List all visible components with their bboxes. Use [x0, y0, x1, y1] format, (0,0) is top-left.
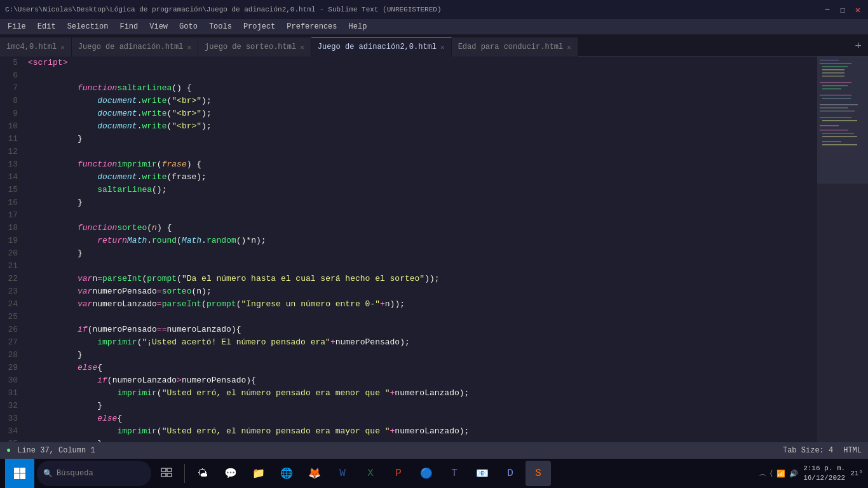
taskbar-discord[interactable]: D	[498, 461, 523, 486]
menu-selection[interactable]: Selection	[62, 21, 114, 32]
title-text: C:\Users\Nicolas\Desktop\Lógica de progr…	[5, 6, 442, 13]
code-line-5: <script>	[25, 57, 817, 69]
line-numbers: 5 6 7 8 9 10 11 12 13 14 15 16 17 18 19 …	[0, 57, 25, 442]
tab-imc[interactable]: imc4,0.html ✕	[0, 37, 72, 57]
menu-tools[interactable]: Tools	[204, 21, 237, 32]
line-num-15: 15	[5, 184, 18, 196]
tab-close-sorteo[interactable]: ✕	[300, 43, 304, 51]
code-line-25	[25, 311, 817, 323]
tab-sorteo[interactable]: juego de sorteo.html ✕	[198, 37, 311, 57]
taskbar-firefox[interactable]: 🦊	[302, 461, 327, 486]
taskbar-chat[interactable]: 💬	[218, 461, 243, 486]
svg-rect-31	[167, 473, 172, 477]
code-line-15: saltarLinea();	[25, 184, 817, 196]
line-num-24: 24	[5, 298, 18, 311]
code-line-16: }	[25, 196, 817, 209]
line-num-5: 5	[5, 57, 18, 69]
code-line-9: document.write("<br>");	[25, 107, 817, 120]
menu-view[interactable]: View	[144, 21, 173, 32]
line-num-30: 30	[5, 374, 18, 387]
line-num-17: 17	[5, 209, 18, 222]
taskbar-excel[interactable]: X	[358, 461, 383, 486]
line-num-11: 11	[5, 133, 18, 146]
svg-rect-29	[167, 468, 172, 471]
code-line-20: }	[25, 247, 817, 260]
task-view-icon	[161, 468, 172, 479]
minimap-visualization	[817, 57, 868, 438]
tab-juego-adinacion2[interactable]: Juego de adinación2,0.html ✕	[311, 37, 452, 57]
volume-icon: 🔊	[789, 470, 798, 478]
taskbar-explorer[interactable]: 📁	[246, 461, 271, 486]
taskbar-mail[interactable]: 📧	[470, 461, 495, 486]
menu-preferences[interactable]: Preferences	[281, 21, 342, 32]
code-line-29: else{	[25, 362, 817, 374]
new-tab-button[interactable]: +	[848, 37, 868, 56]
tab-label: Juego de adinación.html	[78, 43, 184, 51]
tab-close-imc[interactable]: ✕	[60, 43, 65, 51]
taskbar-task-view[interactable]	[154, 461, 179, 486]
taskbar-teams[interactable]: T	[442, 461, 467, 486]
menu-help[interactable]: Help	[344, 21, 372, 32]
taskbar-powerpoint[interactable]: P	[386, 461, 411, 486]
taskbar-chrome[interactable]: 🔵	[414, 461, 439, 486]
status-left: ● Line 37, Column 1	[6, 446, 95, 455]
code-line-32: }	[25, 400, 817, 412]
svg-rect-25	[20, 468, 26, 473]
line-num-7: 7	[5, 82, 18, 95]
system-tray: ︿ 〈 📶 🔊	[759, 469, 798, 478]
tab-close-juego2[interactable]: ✕	[440, 43, 445, 51]
line-num-27: 27	[5, 336, 18, 349]
code-line-24: var numeroLanzado = parseInt(prompt("Ing…	[25, 298, 817, 311]
tab-juego-adinacion[interactable]: Juego de adinación.html ✕	[72, 37, 198, 57]
svg-rect-28	[161, 468, 166, 471]
code-line-7: function saltarLinea() {	[25, 82, 817, 95]
status-language: HTML	[843, 446, 862, 455]
tab-close-juego[interactable]: ✕	[187, 43, 191, 51]
tab-bar: imc4,0.html ✕ Juego de adinación.html ✕ …	[0, 34, 868, 57]
taskbar-widgets[interactable]: 🌤	[190, 461, 215, 486]
line-num-10: 10	[5, 120, 18, 133]
menu-file[interactable]: File	[3, 21, 31, 32]
svg-rect-30	[161, 473, 166, 477]
svg-rect-27	[20, 474, 26, 480]
code-line-34: imprimir("Usted erró, el número pensado …	[25, 425, 817, 438]
start-button[interactable]	[5, 459, 34, 488]
code-line-6	[25, 69, 817, 82]
code-line-18: function sorteo(n) {	[25, 222, 817, 234]
tab-edad[interactable]: Edad para conducir.html ✕	[452, 37, 578, 57]
line-num-22: 22	[5, 273, 18, 285]
taskbar-search[interactable]: 🔍 Búsqueda	[37, 461, 151, 486]
minimize-button[interactable]: −	[822, 4, 832, 15]
menu-goto[interactable]: Goto	[174, 21, 203, 32]
line-num-25: 25	[5, 311, 18, 323]
taskbar-sublime[interactable]: S	[526, 461, 551, 486]
minimap[interactable]	[817, 57, 868, 442]
menu-bar: File Edit Selection Find View Goto Tools…	[0, 19, 868, 34]
code-line-21	[25, 260, 817, 273]
menu-edit[interactable]: Edit	[32, 21, 61, 32]
menu-project[interactable]: Project	[238, 21, 280, 32]
clock-display[interactable]: 2:16 p. m. 16/12/2022	[803, 464, 845, 484]
maximize-button[interactable]: ☐	[837, 4, 848, 15]
line-num-20: 20	[5, 247, 18, 260]
taskbar-edge[interactable]: 🌐	[274, 461, 299, 486]
line-num-26: 26	[5, 323, 18, 336]
code-area[interactable]: <script> function saltarLinea() { docume…	[25, 57, 817, 442]
close-button[interactable]: ✕	[853, 4, 863, 15]
code-line-23: var numeroPensado = sorteo(n);	[25, 285, 817, 298]
tray-arrow[interactable]: ︿	[759, 469, 766, 478]
window-controls[interactable]: − ☐ ✕	[822, 4, 863, 15]
status-bar: ● Line 37, Column 1 Tab Size: 4 HTML	[0, 442, 868, 459]
taskbar-word[interactable]: W	[330, 461, 355, 486]
status-position: Line 37, Column 1	[17, 446, 95, 455]
code-line-26: if(numeroPensado == numeroLanzado){	[25, 323, 817, 336]
line-num-9: 9	[5, 107, 18, 120]
line-num-14: 14	[5, 171, 18, 184]
tab-label: Juego de adinación2,0.html	[318, 43, 437, 51]
line-num-35: 35	[5, 438, 18, 442]
svg-rect-26	[14, 474, 20, 480]
menu-find[interactable]: Find	[114, 21, 143, 32]
svg-rect-23	[817, 57, 868, 184]
code-line-17	[25, 209, 817, 222]
tab-close-edad[interactable]: ✕	[567, 43, 571, 51]
